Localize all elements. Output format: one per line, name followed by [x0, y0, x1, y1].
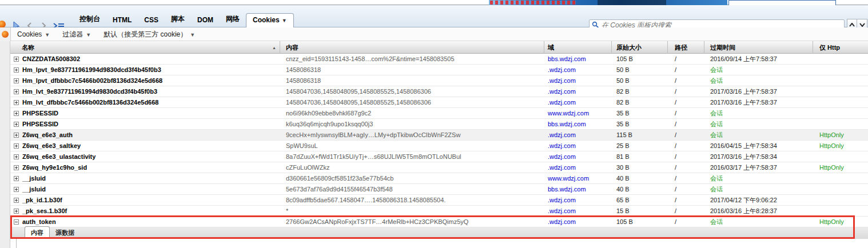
expand-toggle-icon[interactable]	[14, 133, 19, 138]
table-row[interactable]: Hm_lpvt_9e837711961994d9830dcd3f4b45f0b3…	[10, 65, 868, 75]
cookie-domain-link[interactable]: bbs.wdzj.com	[544, 119, 612, 129]
cookie-domain-link[interactable]: .wdzj.com	[544, 162, 612, 173]
column-header-name[interactable]: 名称 ▲	[10, 41, 280, 54]
cookie-domain-link[interactable]: bbs.wdzj.com	[544, 54, 612, 64]
table-row[interactable]: __jsluid5e673d7af76a9d9d4155f46547b3f548…	[10, 184, 868, 195]
cookie-domain-link[interactable]: .wdzj.com	[544, 141, 612, 151]
tab-控制台[interactable]: 控制台	[73, 12, 106, 27]
table-row[interactable]: PHPSESSIDk6uq36q6mjcqh9upo1ksqq00j3bbs.w…	[10, 119, 868, 130]
menu-过滤器[interactable]: 过滤器▼	[62, 30, 91, 39]
column-header-httponly[interactable]: 仅 Http	[813, 41, 868, 54]
table-row[interactable]: Z6wq_e6e3_auth9cecHx+mIyswnsylBLM+agIy…L…	[10, 130, 868, 141]
cookie-value-cell: d360661e56809cf5851f23a5e77b54cb	[280, 173, 544, 183]
cookie-name: Z6wq_e6e3_ulastactivity	[22, 151, 95, 162]
expand-toggle-icon[interactable]	[14, 143, 19, 149]
table-row[interactable]: CNZZDATA5008302cnzz_eid=1593115143-1458……	[10, 54, 868, 65]
cookie-name-cell[interactable]: _pk_ses.1.b30f	[10, 206, 280, 216]
table-row[interactable]: PHPSESSIDno6i96kh09ebbe8vhkl687g9c2www.w…	[10, 108, 868, 119]
cookie-domain-link[interactable]: .wdzj.com	[544, 75, 612, 86]
cookie-name-cell[interactable]: Z6wq_e6e3_auth	[10, 130, 280, 140]
cookie-name-cell[interactable]: Hm_lpvt_9e837711961994d9830dcd3f4b45f0b3	[10, 65, 280, 75]
cookie-name: PHPSESSID	[22, 119, 58, 129]
cookie-size-cell: 115 B	[612, 130, 668, 140]
expand-toggle-icon[interactable]	[14, 165, 19, 170]
cookie-size-cell: 15 B	[612, 206, 668, 216]
column-header-expires[interactable]: 过期时间	[704, 41, 813, 54]
menu-默认（接受第三方-cookie）[interactable]: 默认（接受第三方 cookie）▼	[103, 30, 195, 39]
column-header-domain[interactable]: 域	[544, 41, 612, 54]
expand-toggle-icon[interactable]	[14, 209, 19, 214]
cookie-domain-link[interactable]: .wdzj.com	[544, 151, 612, 162]
cookie-name-cell[interactable]: Z6wq_e6e3_ulastactivity	[10, 151, 280, 162]
row-gutter	[0, 41, 10, 248]
expand-toggle-icon[interactable]	[14, 122, 19, 127]
tab-html[interactable]: HTML	[106, 14, 138, 27]
table-row[interactable]: Z6wq_e6e3_saltkeySpWU9suL.wdzj.com25 B/2…	[10, 141, 868, 151]
cookie-path-cell: /	[668, 206, 704, 216]
firebug-cookies-panel: 控制台HTMLCSS脚本DOM网络Cookies▼ Cookies▼过滤器▼默认…	[0, 0, 868, 248]
cookie-domain-link[interactable]: .wdzj.com	[544, 65, 612, 75]
cookie-name-cell[interactable]: PHPSESSID	[10, 119, 280, 129]
cookie-name-cell[interactable]: Z6wq_e6e3_saltkey	[10, 141, 280, 151]
table-row[interactable]: Hm_lpvt_dfbbbc7c5466b002bf8136d324e5d668…	[10, 75, 868, 86]
expand-toggle-icon[interactable]	[14, 67, 19, 73]
cookie-name-cell[interactable]: Hm_lvt_9e837711961994d9830dcd3f4b45f0b3	[10, 86, 280, 97]
cookie-name-cell[interactable]: _pk_id.1.b30f	[10, 195, 280, 205]
expand-toggle-icon[interactable]	[14, 198, 19, 203]
cookie-domain-link[interactable]: .wdzj.com	[544, 97, 612, 107]
expand-toggle-icon[interactable]	[14, 187, 19, 192]
menu-label: 默认（接受第三方 cookie）	[103, 30, 187, 38]
cookie-httponly-cell	[813, 108, 868, 118]
column-header-value[interactable]: 内容	[280, 41, 544, 54]
cookie-domain-link[interactable]: bbs.wdzj.com	[544, 184, 612, 194]
table-row[interactable]: Hm_lvt_dfbbbc7c5466b002bf8136d324e5d6681…	[10, 97, 868, 108]
tab-cookies[interactable]: Cookies▼	[246, 13, 294, 27]
collapse-toggle-icon[interactable]	[14, 219, 19, 225]
cookie-domain-link[interactable]: www.wdzj.com	[544, 173, 612, 183]
column-header-size[interactable]: 原始大小	[612, 41, 668, 54]
cookie-name-cell[interactable]: Hm_lpvt_dfbbbc7c5466b002bf8136d324e5d668	[10, 75, 280, 86]
cookie-size-cell: 50 B	[612, 65, 668, 75]
expand-toggle-icon[interactable]	[14, 78, 19, 83]
chevron-down-icon: ▼	[86, 32, 91, 38]
cookie-path-cell: /	[668, 195, 704, 205]
cookie-name-cell[interactable]: Hm_lvt_dfbbbc7c5466b002bf8136d324e5d668	[10, 97, 280, 107]
tab-css[interactable]: CSS	[138, 14, 165, 27]
table-row[interactable]: auth_token2766Gw2ACsANpRoFxjxTS7TF…4rMeR…	[10, 217, 868, 227]
cookie-name-cell[interactable]: auth_token	[10, 217, 280, 227]
table-row[interactable]: _pk_id.1.b30f8c09adffb5dae567.1458047….1…	[10, 195, 868, 206]
expand-toggle-icon[interactable]	[14, 100, 19, 105]
cookie-domain-link[interactable]: .wdzj.com	[544, 130, 612, 140]
expand-toggle-icon[interactable]	[14, 176, 19, 181]
cookie-domain-link[interactable]: .wdzj.com	[544, 195, 612, 205]
cookie-domain-link[interactable]: .wdzj.com	[544, 206, 612, 216]
cookie-name-cell[interactable]: __jsluid	[10, 173, 280, 183]
expand-toggle-icon[interactable]	[14, 111, 19, 116]
cookie-domain-link[interactable]: www.wdzj.com	[544, 108, 612, 118]
tab-脚本[interactable]: 脚本	[165, 12, 191, 27]
cookie-size-cell: 81 B	[612, 151, 668, 162]
cookie-name: CNZZDATA5008302	[22, 54, 80, 64]
tab-网络[interactable]: 网络	[220, 12, 246, 27]
expand-toggle-icon[interactable]	[14, 154, 19, 159]
cookie-httponly-cell	[813, 151, 868, 162]
menu-cookies[interactable]: Cookies▼	[17, 30, 50, 38]
cookie-name-cell[interactable]: __jsluid	[10, 184, 280, 194]
tab-dom[interactable]: DOM	[191, 14, 220, 27]
column-header-path[interactable]: 路径	[668, 41, 704, 54]
table-row[interactable]: __jsluidd360661e56809cf5851f23a5e77b54cb…	[10, 173, 868, 184]
cookie-name-cell[interactable]: CNZZDATA5008302	[10, 54, 280, 64]
table-row[interactable]: _pk_ses.1.b30f*.wdzj.com15 B/2016/03/16 …	[10, 206, 868, 217]
expand-toggle-icon[interactable]	[14, 57, 19, 62]
expand-toggle-icon[interactable]	[14, 89, 19, 94]
table-row[interactable]: Hm_lvt_9e837711961994d9830dcd3f4b45f0b31…	[10, 86, 868, 97]
table-row[interactable]: Z6wq_hy9e1c9ho_sidcZFuLuOlWZkz.wdzj.com3…	[10, 162, 868, 173]
cookie-name-cell[interactable]: Z6wq_hy9e1c9ho_sid	[10, 162, 280, 173]
detail-tab-内容[interactable]: 内容	[25, 226, 50, 239]
detail-tab-源数据[interactable]: 源数据	[50, 227, 80, 239]
cookie-domain-link[interactable]: .wdzj.com	[544, 217, 612, 227]
cookie-domain-link[interactable]: .wdzj.com	[544, 86, 612, 97]
table-row[interactable]: Z6wq_e6e3_ulastactivity8a7dZuuX+fWd1Tr1k…	[10, 151, 868, 162]
cookie-name-cell[interactable]: PHPSESSID	[10, 108, 280, 118]
firebug-mini-icon[interactable]	[2, 31, 9, 38]
